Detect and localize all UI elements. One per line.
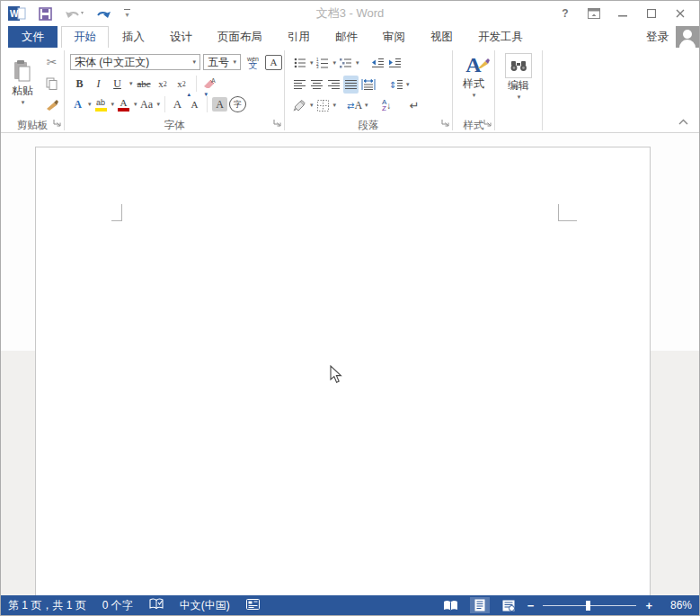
styles-button[interactable]: A 样式 ▾ [453,53,494,99]
save-icon[interactable] [39,7,52,21]
paste-button[interactable]: 粘贴 ▾ [6,60,39,106]
shading-dropdown-arrow[interactable]: ▾ [310,102,314,109]
zoom-in-button[interactable]: + [645,599,652,612]
zoom-slider[interactable] [543,601,636,611]
shrink-font-icon[interactable]: A▾ [187,95,202,113]
paragraph-dialog-launcher-icon[interactable] [441,114,449,130]
italic-button[interactable]: I [91,75,106,93]
numbering-dropdown-arrow[interactable]: ▾ [333,59,337,67]
text-effects-dropdown-arrow[interactable]: ▾ [88,101,92,108]
tab-page-layout[interactable]: 页面布局 [206,26,274,48]
word-count[interactable]: 0 个字 [102,598,133,613]
minimize-icon[interactable] [613,5,633,22]
font-size-dropdown-arrow[interactable]: ▾ [233,58,236,66]
show-marks-icon[interactable]: ↵ [407,96,422,114]
tab-home[interactable]: 开始 [61,26,109,48]
sign-in-label[interactable]: 登录 [646,30,669,45]
tab-mailings[interactable]: 邮件 [323,26,369,48]
font-color-dropdown-arrow[interactable]: ▾ [134,101,137,108]
web-layout-icon[interactable] [499,597,518,613]
format-painter-icon[interactable] [44,96,59,114]
styles-dialog-launcher-icon[interactable] [483,114,492,130]
align-left-icon[interactable] [292,76,307,94]
underline-button[interactable]: U [110,75,125,93]
paste-dropdown-arrow[interactable]: ▾ [22,99,25,106]
phonetic-guide-icon[interactable]: wén 文 [245,53,261,71]
input-mode-icon[interactable] [246,599,260,612]
sort-icon[interactable]: AZ↓ [379,96,394,114]
close-icon[interactable] [670,5,690,22]
strikethrough-button[interactable]: abc [137,75,152,93]
numbering-icon[interactable]: 123 [315,54,331,72]
change-case-dropdown-arrow[interactable]: ▾ [157,101,161,108]
shading-icon[interactable] [292,96,307,114]
font-size-combo[interactable]: 五号▾ [203,54,241,70]
customize-qat-icon[interactable]: ▾ [124,9,130,19]
align-center-icon[interactable] [309,76,324,94]
text-highlight-icon[interactable]: ab [93,95,109,113]
clear-formatting-icon[interactable]: A [203,75,218,93]
font-name-dropdown-arrow[interactable]: ▾ [192,58,196,66]
borders-dropdown-arrow[interactable]: ▾ [333,102,337,109]
zoom-slider-thumb[interactable] [586,601,590,611]
underline-dropdown-arrow[interactable]: ▾ [129,80,133,87]
grow-font-icon[interactable]: A▴ [170,95,185,113]
ribbon-display-options-icon[interactable] [584,5,604,22]
font-dialog-launcher-icon[interactable] [273,114,281,130]
redo-icon[interactable] [97,7,111,20]
print-layout-icon[interactable] [470,597,490,613]
styles-dropdown-arrow[interactable]: ▾ [473,92,476,99]
distribute-text-icon[interactable] [360,76,376,94]
editing-dropdown-arrow[interactable]: ▾ [518,94,521,101]
editing-button[interactable]: 编辑 ▾ [495,53,542,101]
tab-review[interactable]: 审阅 [371,26,417,48]
increase-indent-icon[interactable] [387,54,403,72]
bullets-icon[interactable] [292,54,307,72]
highlight-dropdown-arrow[interactable]: ▾ [111,101,115,108]
asian-layout-dropdown-arrow[interactable]: ▾ [365,102,368,109]
tab-developer[interactable]: 开发工具 [466,26,535,48]
justify-icon[interactable] [343,76,359,94]
character-border-icon[interactable]: A [265,55,282,70]
language-indicator[interactable]: 中文(中国) [180,598,230,613]
svg-text:A: A [211,77,216,84]
line-spacing-dropdown-arrow[interactable]: ▾ [406,81,410,88]
tab-references[interactable]: 引用 [276,26,322,48]
sign-in[interactable]: 登录 [646,26,699,48]
help-icon[interactable]: ? [555,5,575,22]
subscript-button[interactable]: x2 [155,75,171,93]
collapse-ribbon-icon[interactable] [678,112,688,129]
decrease-indent-icon[interactable] [370,54,385,72]
tab-view[interactable]: 视图 [419,26,465,48]
document-workspace[interactable] [1,133,699,595]
character-shading-icon[interactable]: A [212,97,227,112]
clipboard-dialog-launcher-icon[interactable] [53,114,61,130]
read-mode-icon[interactable] [441,597,461,613]
tab-file[interactable]: 文件 [8,26,58,48]
user-avatar-icon[interactable] [676,26,699,48]
borders-icon[interactable] [315,96,331,114]
cut-icon[interactable]: ✂ [44,53,59,71]
zoom-out-button[interactable]: − [527,599,535,612]
multilevel-list-icon[interactable] [338,54,353,72]
proofing-icon[interactable] [149,598,164,612]
align-right-icon[interactable] [326,76,341,94]
font-name-combo[interactable]: 宋体 (中文正文)▾ [70,54,200,70]
superscript-button[interactable]: x2 [174,75,190,93]
multilevel-dropdown-arrow[interactable]: ▾ [356,59,359,67]
enclose-characters-icon[interactable]: 字 [229,96,246,112]
bold-button[interactable]: B [72,75,87,93]
text-effects-icon[interactable]: A [70,95,85,113]
page-indicator[interactable]: 第 1 页，共 1 页 [8,598,86,613]
zoom-level[interactable]: 86% [661,599,692,612]
tab-insert[interactable]: 插入 [111,26,156,48]
line-spacing-icon[interactable]: ⇕ [388,76,403,94]
bullets-dropdown-arrow[interactable]: ▾ [310,59,314,67]
tab-design[interactable]: 设计 [158,26,204,48]
maximize-icon[interactable] [642,5,661,22]
font-color-icon[interactable]: A [116,95,131,113]
asian-layout-icon[interactable]: ⇄A [347,96,362,114]
change-case-button[interactable]: Aa [139,95,155,113]
undo-icon[interactable] [65,7,84,20]
copy-icon[interactable] [44,75,59,93]
